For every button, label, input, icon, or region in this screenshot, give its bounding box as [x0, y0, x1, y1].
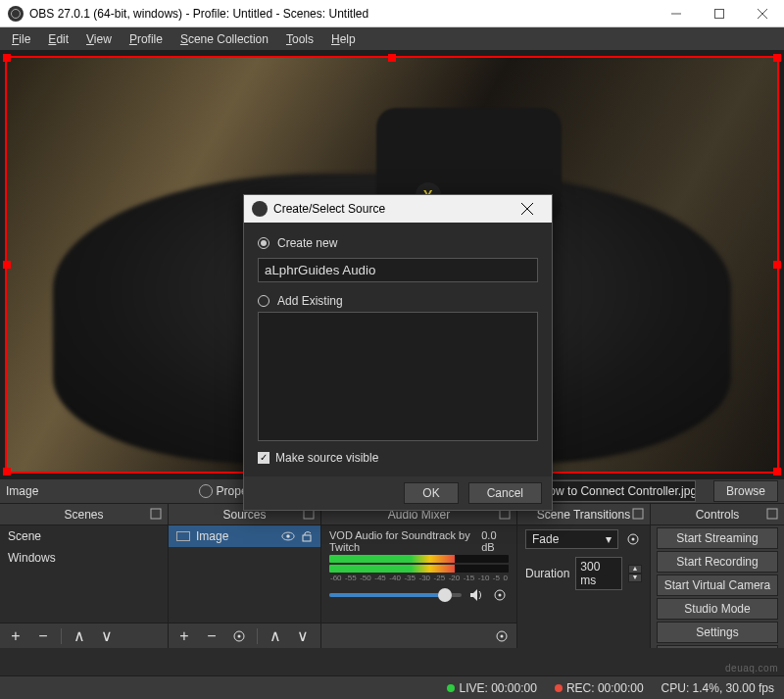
resize-handle[interactable] — [773, 468, 781, 475]
source-item-label: Image — [196, 529, 228, 543]
svg-rect-1 — [715, 9, 724, 18]
audio-track-name: VOD Audio for Soundtrack by Twitch — [329, 529, 481, 553]
create-source-dialog: Create/Select Source Create new Add Exis… — [243, 194, 553, 511]
remove-scene-button[interactable]: − — [33, 626, 53, 646]
menu-profile[interactable]: Profile — [122, 30, 171, 48]
resize-handle[interactable] — [3, 54, 11, 62]
menu-file[interactable]: File — [4, 30, 38, 48]
image-source-icon — [176, 531, 190, 541]
close-button[interactable] — [741, 0, 784, 27]
rec-status: REC: 00:00:00 — [555, 681, 644, 695]
duration-input[interactable]: 300 ms — [575, 557, 622, 590]
chevron-down-icon: ▾ — [606, 532, 612, 546]
resize-handle[interactable] — [773, 54, 781, 62]
menu-bar: File Edit View Profile Scene Collection … — [0, 27, 784, 51]
add-scene-button[interactable]: + — [6, 626, 25, 646]
cancel-button[interactable]: Cancel — [468, 482, 542, 504]
menu-help[interactable]: Help — [323, 30, 364, 48]
spin-down-button[interactable]: ▼ — [628, 574, 642, 582]
svg-rect-4 — [151, 509, 161, 519]
live-dot-icon — [447, 684, 455, 692]
menu-scene-collection[interactable]: Scene Collection — [172, 30, 276, 48]
source-down-button[interactable]: ∨ — [293, 626, 313, 646]
ok-button[interactable]: OK — [404, 482, 458, 504]
volume-slider[interactable] — [329, 593, 462, 597]
lower-panels: Scenes Scene Windows + − ∧ ∨ Sources Ima… — [0, 504, 784, 648]
dialog-titlebar[interactable]: Create/Select Source — [244, 195, 552, 223]
controls-body: Start Streaming Start Recording Start Vi… — [651, 525, 784, 648]
add-existing-radio[interactable]: Add Existing — [258, 294, 538, 308]
scene-transitions-body: Fade ▾ Duration 300 ms ▲ ▼ — [517, 525, 650, 648]
checkbox-icon: ✓ — [258, 452, 270, 464]
source-up-button[interactable]: ∧ — [266, 626, 285, 646]
scene-item[interactable]: Scene — [0, 525, 168, 547]
maximize-button[interactable] — [698, 0, 741, 27]
svg-point-7 — [286, 534, 290, 538]
transition-settings-button[interactable] — [624, 530, 642, 548]
visibility-toggle[interactable] — [281, 529, 295, 543]
studio-mode-button[interactable]: Studio Mode — [657, 598, 778, 620]
separator — [257, 628, 258, 644]
exit-button[interactable]: Exit — [657, 645, 778, 648]
menu-view[interactable]: View — [78, 30, 120, 48]
lock-toggle[interactable] — [301, 530, 313, 542]
popout-icon[interactable] — [150, 508, 162, 520]
obs-logo-icon — [252, 201, 268, 217]
browse-button[interactable]: Browse — [713, 480, 778, 502]
separator — [61, 628, 62, 644]
transition-select[interactable]: Fade ▾ — [525, 529, 618, 549]
scene-item[interactable]: Windows — [0, 547, 168, 569]
sources-toolbar: + − ∧ ∨ — [169, 623, 320, 648]
make-visible-checkbox[interactable]: ✓ Make source visible — [258, 451, 538, 465]
obs-logo-icon — [8, 6, 24, 22]
audio-mixer-body: VOD Audio for Soundtrack by Twitch 0.0 d… — [321, 525, 516, 623]
scene-down-button[interactable]: ∨ — [97, 626, 117, 646]
scene-transitions-panel: Scene Transitions Fade ▾ Duration 300 ms… — [517, 504, 651, 648]
status-bar: LIVE: 00:00:00 REC: 00:00:00 CPU: 1.4%, … — [0, 675, 784, 699]
gear-icon — [199, 484, 213, 498]
spin-up-button[interactable]: ▲ — [628, 565, 642, 574]
dialog-close-button[interactable] — [511, 195, 544, 223]
sources-list[interactable]: Image — [169, 525, 320, 623]
svg-rect-19 — [767, 509, 777, 519]
add-source-button[interactable]: + — [174, 626, 194, 646]
duration-spinner[interactable]: ▲ ▼ — [628, 565, 642, 582]
source-properties-button[interactable] — [229, 626, 249, 646]
mixer-menu-button[interactable] — [493, 627, 511, 645]
resize-handle[interactable] — [773, 261, 781, 269]
source-item[interactable]: Image — [169, 525, 320, 547]
start-streaming-button[interactable]: Start Streaming — [657, 527, 778, 549]
existing-sources-list[interactable] — [258, 312, 538, 441]
source-name-input[interactable] — [258, 258, 538, 282]
popout-icon[interactable] — [766, 508, 778, 520]
resize-handle[interactable] — [388, 54, 396, 62]
minimize-button[interactable] — [655, 0, 698, 27]
make-visible-label: Make source visible — [275, 451, 378, 465]
mute-button[interactable] — [467, 586, 485, 604]
create-new-radio[interactable]: Create new — [258, 236, 538, 250]
create-new-label: Create new — [277, 236, 337, 250]
start-virtual-camera-button[interactable]: Start Virtual Camera — [657, 574, 778, 596]
audio-mixer-toolbar — [321, 623, 516, 648]
popout-icon[interactable] — [632, 508, 644, 520]
menu-tools[interactable]: Tools — [278, 30, 321, 48]
scenes-panel: Scenes Scene Windows + − ∧ ∨ — [0, 504, 169, 648]
audio-settings-button[interactable] — [491, 586, 509, 604]
scenes-header: Scenes — [0, 504, 168, 525]
scene-up-button[interactable]: ∧ — [70, 626, 89, 646]
radio-icon — [258, 237, 270, 249]
svg-rect-16 — [633, 509, 643, 519]
menu-edit[interactable]: Edit — [40, 30, 76, 48]
duration-label: Duration — [525, 567, 569, 580]
svg-point-10 — [238, 634, 241, 637]
settings-button[interactable]: Settings — [657, 622, 778, 643]
start-recording-button[interactable]: Start Recording — [657, 551, 778, 573]
scenes-list[interactable]: Scene Windows — [0, 525, 168, 623]
selected-source-label: Image — [6, 484, 38, 498]
resize-handle[interactable] — [3, 468, 11, 475]
rec-dot-icon — [555, 684, 563, 692]
add-existing-label: Add Existing — [277, 294, 343, 308]
resize-handle[interactable] — [3, 261, 11, 269]
svg-point-18 — [632, 538, 635, 541]
remove-source-button[interactable]: − — [202, 626, 221, 646]
